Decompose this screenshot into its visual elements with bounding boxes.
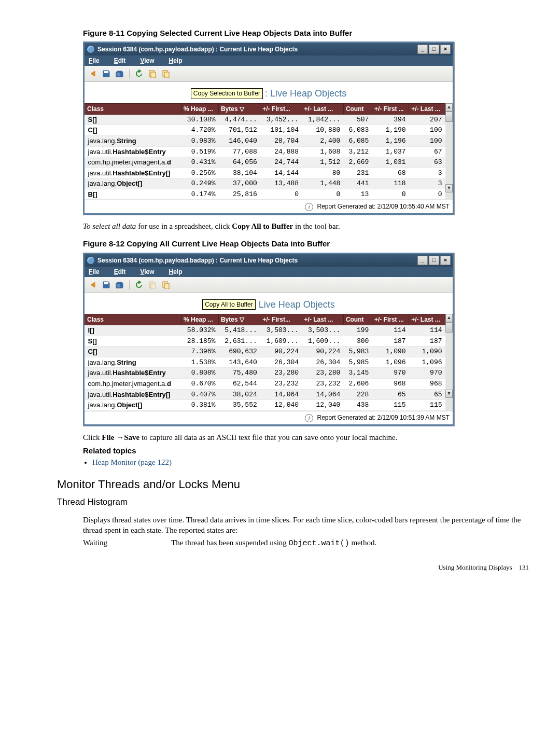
- cell-count: 6,083: [343, 125, 372, 136]
- col-heap-pct[interactable]: % Heap ...: [181, 314, 219, 325]
- menu-view[interactable]: View: [140, 57, 154, 65]
- table-row[interactable]: java.util.Hashtable$Entry0.519%77,08824,…: [85, 146, 445, 157]
- scrollbar[interactable]: ▲ ▼: [445, 314, 453, 411]
- svg-rect-5: [164, 72, 169, 78]
- col-count-last[interactable]: +/- Last ...: [409, 314, 445, 325]
- col-class[interactable]: Class: [85, 103, 181, 114]
- close-button[interactable]: ×: [440, 256, 451, 265]
- cell-count-first: 1,037: [372, 146, 409, 157]
- toolbar: [85, 277, 453, 293]
- table-row[interactable]: java.lang.Object[]0.249%37,00013,4881,44…: [85, 178, 445, 189]
- col-heap-pct[interactable]: % Heap ...: [181, 103, 219, 114]
- table-row[interactable]: C[]7.396%690,63290,22490,2245,9831,0901,…: [85, 347, 445, 357]
- table-row[interactable]: com.hp.jmeter.jvmagent.a.d0.670%62,54423…: [85, 379, 445, 390]
- cell-bytes-last: 12,040: [302, 400, 343, 411]
- scrollbar[interactable]: ▲ ▼: [445, 103, 453, 200]
- cell-count-first: 0: [372, 189, 409, 200]
- table-row[interactable]: java.lang.String0.983%146,04028,7042,400…: [85, 136, 445, 147]
- col-bytes-last[interactable]: +/- Last ...: [302, 103, 343, 114]
- cell-count-last: 100: [409, 125, 445, 136]
- back-icon[interactable]: [88, 68, 98, 79]
- scroll-down-icon[interactable]: ▼: [445, 184, 453, 192]
- table-row[interactable]: java.util.Hashtable$Entry[]0.407%38,0241…: [85, 389, 445, 400]
- save-all-icon[interactable]: [115, 68, 125, 79]
- table-row[interactable]: java.lang.Object[]0.381%35,55212,04012,0…: [85, 400, 445, 411]
- table-row[interactable]: java.util.Hashtable$Entry0.808%75,48023,…: [85, 368, 445, 379]
- cell-bytes-first: 90,224: [260, 347, 302, 357]
- menu-edit[interactable]: Edit: [114, 57, 126, 65]
- table-row[interactable]: B[]0.174%25,816001300: [85, 189, 445, 200]
- cell-bytes: 690,632: [218, 347, 260, 357]
- figure-caption-2: Figure 8-12 Copying All Current Live Hea…: [83, 239, 529, 249]
- refresh-icon[interactable]: [134, 280, 144, 290]
- cell-class: java.util.Hashtable$Entry[]: [85, 168, 181, 178]
- menu-file[interactable]: File: [89, 57, 100, 65]
- save-icon[interactable]: [101, 280, 111, 290]
- heap-title-row: Copy All to Buffer Live Heap Objects: [85, 293, 453, 314]
- table-row[interactable]: C[]4.720%701,512101,10410,8806,0831,1901…: [85, 125, 445, 136]
- table-row[interactable]: I[]58.032%5,418...3,503...3,503...199114…: [85, 325, 445, 336]
- col-count[interactable]: Count: [343, 314, 372, 325]
- cell-class: B[]: [85, 189, 181, 200]
- cell-count-first: 1,196: [372, 136, 409, 147]
- maximize-button[interactable]: □: [429, 45, 439, 54]
- table-row[interactable]: java.util.Hashtable$Entry[]0.256%38,1041…: [85, 168, 445, 178]
- svg-rect-1: [116, 72, 121, 77]
- copy-selection-icon[interactable]: [147, 280, 158, 290]
- col-bytes-first[interactable]: +/- First...: [260, 103, 302, 114]
- cell-count: 441: [343, 178, 372, 189]
- minimize-button[interactable]: _: [417, 45, 428, 54]
- cell-heap-pct: 0.808%: [181, 368, 219, 379]
- section-para: Displays thread states over time. Thread…: [83, 515, 529, 536]
- cell-count-first: 115: [372, 400, 409, 411]
- close-button[interactable]: ×: [440, 45, 451, 54]
- menu-help[interactable]: Help: [169, 268, 183, 276]
- scroll-up-icon[interactable]: ▲: [445, 314, 453, 322]
- cell-class: java.util.Hashtable$Entry: [85, 146, 181, 157]
- cell-count-first: 970: [372, 368, 409, 379]
- cell-count-first: 1,031: [372, 157, 409, 168]
- refresh-icon[interactable]: [134, 68, 144, 79]
- heap-title: : Live Heap Objects: [265, 87, 346, 100]
- scroll-up-icon[interactable]: ▲: [445, 103, 453, 112]
- cell-count-last: 1,090: [409, 347, 445, 357]
- table-row[interactable]: S[]30.108%4,474...3,452...1,842...507394…: [85, 114, 445, 125]
- col-count-first[interactable]: +/- First ...: [372, 314, 409, 325]
- col-class[interactable]: Class: [85, 314, 181, 325]
- table-row[interactable]: S[]28.185%2,631...1,609...1,609...300187…: [85, 336, 445, 347]
- col-bytes-last[interactable]: +/- Last ...: [302, 314, 343, 325]
- cell-bytes-last: 80: [302, 168, 343, 178]
- col-bytes-first[interactable]: +/- First...: [260, 314, 302, 325]
- col-count[interactable]: Count: [343, 103, 372, 114]
- scroll-down-icon[interactable]: ▼: [445, 390, 453, 398]
- col-count-first[interactable]: +/- First ...: [372, 103, 409, 114]
- menu-view[interactable]: View: [140, 268, 154, 276]
- maximize-button[interactable]: □: [429, 256, 439, 265]
- cell-bytes-last: 1,609...: [302, 336, 343, 347]
- minimize-button[interactable]: _: [417, 256, 428, 265]
- table-row[interactable]: com.hp.jmeter.jvmagent.a.d0.431%64,05624…: [85, 157, 445, 168]
- save-icon[interactable]: [101, 68, 111, 79]
- col-count-last[interactable]: +/- Last ...: [409, 103, 445, 114]
- menu-file[interactable]: File: [89, 268, 100, 276]
- cell-bytes-first: 1,609...: [260, 336, 302, 347]
- related-link[interactable]: Heap Monitor (page 122): [92, 458, 172, 466]
- save-all-icon[interactable]: [115, 280, 125, 290]
- copy-all-icon[interactable]: [161, 280, 171, 290]
- menu-edit[interactable]: Edit: [114, 268, 126, 276]
- heap-table: Class % Heap ... Bytes ▽ +/- First... +/…: [85, 314, 445, 411]
- scroll-thumb[interactable]: [445, 322, 453, 333]
- col-bytes[interactable]: Bytes ▽: [218, 103, 260, 114]
- copy-all-icon[interactable]: [161, 68, 171, 79]
- cell-heap-pct: 0.256%: [181, 168, 219, 178]
- cell-bytes-last: 26,304: [302, 357, 343, 368]
- copy-selection-icon[interactable]: [147, 68, 158, 79]
- scroll-thumb[interactable]: [445, 112, 453, 122]
- cell-bytes-last: 14,064: [302, 389, 343, 400]
- menu-help[interactable]: Help: [169, 57, 183, 65]
- table-row[interactable]: java.lang.String1.538%143,64026,30426,30…: [85, 357, 445, 368]
- back-icon[interactable]: [88, 280, 98, 290]
- cell-heap-pct: 30.108%: [181, 114, 219, 125]
- cell-heap-pct: 0.431%: [181, 157, 219, 168]
- col-bytes[interactable]: Bytes ▽: [218, 314, 260, 325]
